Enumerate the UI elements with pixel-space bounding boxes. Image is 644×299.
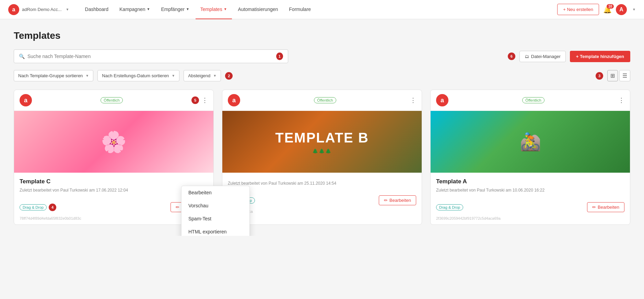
filter-row: Nach Template-Gruppe sortieren ▼ Nach Er…: [14, 70, 630, 81]
empfanger-chevron-icon: ▼: [186, 7, 189, 11]
card-c-context-annotation: 5: [191, 96, 199, 104]
card-a-footer: Drag & Drop ✏ Bearbeiten: [431, 202, 630, 216]
file-manager-icon: 🗂: [525, 54, 529, 59]
nav-link-empfanger[interactable]: Empfänger ▼: [156, 0, 194, 19]
card-b-edit-button[interactable]: ✏ Bearbeiten: [379, 195, 416, 205]
card-a-header: a Öffentlich ⋮: [431, 90, 630, 111]
card-c-visibility-badge: Öffentlich: [101, 97, 122, 103]
filter2-chevron-icon: ▼: [172, 74, 175, 78]
list-view-button[interactable]: ☰: [619, 70, 630, 81]
card-c-drag-tag: Drag & Drop: [20, 204, 47, 210]
search-actions: 6 🗂 Datei-Manager + Template hinzufügen: [508, 51, 630, 62]
card-a-menu-button[interactable]: ⋮: [618, 96, 624, 104]
filter-group-select[interactable]: Nach Template-Gruppe sortieren ▼: [14, 70, 93, 81]
cards-container: a Öffentlich 5 ⋮ 🌸 Template C Zuletzt be…: [14, 90, 630, 225]
search-annotation-badge: 1: [276, 53, 283, 60]
nav-logo[interactable]: a adRom Demo Acc... ▼: [8, 4, 69, 15]
nav-links: Dashboard Kampagnen ▼ Empfänger ▼ Templa…: [80, 0, 558, 19]
context-menu-item-vorschau[interactable]: Vorschau: [182, 199, 249, 212]
nav-link-templates[interactable]: Templates ▼: [196, 0, 232, 19]
notifications-button[interactable]: 🔔 10: [603, 5, 612, 14]
file-manager-annotation-badge: 6: [508, 53, 515, 60]
card-a-meta: Zuletzt bearbeitet von Paul Turkowski am…: [436, 188, 624, 193]
card-c-menu-button[interactable]: ⋮: [202, 96, 208, 104]
templates-chevron-icon: ▼: [224, 7, 227, 11]
search-wrap: 🔍 1: [14, 49, 288, 63]
context-menu-item-bearbeiten[interactable]: Bearbeiten: [182, 186, 249, 199]
context-menu-item-html-export[interactable]: HTML exportieren: [182, 225, 249, 236]
nav-link-automatisierungen[interactable]: Automatisierungen: [233, 0, 283, 19]
filter-annotation-badge: 2: [225, 72, 233, 80]
edit-icon-a: ✏: [592, 205, 596, 210]
context-menu-item-spam-test[interactable]: Spam-Test: [182, 212, 249, 225]
account-chevron-icon: ▼: [66, 8, 69, 11]
add-template-button[interactable]: + Template hinzufügen: [570, 51, 630, 62]
card-b-body: Zuletzt bearbeitet von Paul Turkowski am…: [222, 173, 422, 195]
card-b-footer: Drag & Drop ✏ Bearbeiten: [222, 195, 422, 209]
notification-badge: 10: [607, 4, 614, 9]
navbar: a adRom Demo Acc... ▼ Dashboard Kampagne…: [0, 0, 644, 19]
card-a-image: 🚵: [431, 111, 630, 173]
card-a-visibility-badge: Öffentlich: [522, 97, 544, 103]
card-c-image: 🌸: [14, 111, 213, 173]
card-b-menu-button[interactable]: ⋮: [410, 96, 416, 104]
nav-link-kampagnen[interactable]: Kampagnen ▼: [115, 0, 155, 19]
card-c-meta: Zuletzt bearbeitet von Paul Turkowski am…: [20, 188, 208, 193]
card-c-logo: a: [20, 94, 32, 106]
page-content: Templates 🔍 1 6 🗂 Datei-Manager + Templa…: [0, 19, 644, 236]
card-b-meta: Zuletzt bearbeitet von Paul Turkowski am…: [228, 181, 416, 186]
view-toggle: 3 ⊞ ☰: [596, 70, 630, 81]
card-c-title: Template C: [20, 178, 208, 185]
search-input[interactable]: [27, 54, 273, 59]
card-a-body: Template A Zuletzt bearbeitet von Paul T…: [431, 173, 630, 202]
search-row: 🔍 1 6 🗂 Datei-Manager + Template hinzufü…: [14, 49, 630, 63]
kampagnen-chevron-icon: ▼: [147, 7, 150, 11]
card-c-header: a Öffentlich 5 ⋮: [14, 90, 213, 111]
card-a-edit-button[interactable]: ✏ Bearbeiten: [587, 202, 624, 212]
card-c-tag-annotation: 4: [49, 204, 56, 211]
cards-grid: a Öffentlich 5 ⋮ 🌸 Template C Zuletzt be…: [14, 90, 630, 225]
card-template-b: a Öffentlich ⋮ TEMPLATE B 🌲🌲🌲 Zuletzt be…: [222, 90, 422, 225]
nav-link-formulare[interactable]: Formulare: [284, 0, 316, 19]
card-template-a: a Öffentlich ⋮ 🚵 Template A Zuletzt bear…: [430, 90, 630, 225]
user-chevron-icon: ▼: [632, 8, 636, 11]
page-title: Templates: [14, 30, 630, 41]
file-manager-button[interactable]: 🗂 Datei-Manager: [519, 51, 566, 62]
view-annotation-badge: 3: [596, 72, 603, 80]
card-b-logo: a: [228, 94, 240, 106]
search-icon: 🔍: [19, 54, 25, 59]
new-create-button[interactable]: + Neu erstellen: [557, 4, 599, 15]
card-b-visibility-badge: Öffentlich: [314, 97, 336, 103]
filter3-chevron-icon: ▼: [213, 74, 216, 78]
nav-link-dashboard[interactable]: Dashboard: [80, 0, 114, 19]
user-avatar[interactable]: A: [616, 4, 627, 15]
card-a-hash: 2f3699c2059442bf919772c5d4aca69a: [431, 216, 630, 225]
card-b-image: TEMPLATE B 🌲🌲🌲: [222, 111, 422, 173]
context-menu: Bearbeiten Vorschau Spam-Test HTML expor…: [181, 186, 250, 236]
card-a-logo: a: [436, 94, 448, 106]
account-name: adRom Demo Acc...: [22, 7, 62, 12]
filter-date-select[interactable]: Nach Erstellungs-Datum sortieren ▼: [97, 70, 179, 81]
filter1-chevron-icon: ▼: [85, 74, 89, 78]
edit-icon: ✏: [176, 205, 179, 210]
card-a-title: Template A: [436, 178, 624, 185]
card-b-hash: 7ef7ebdfdb9ca: [222, 209, 422, 218]
card-b-header: a Öffentlich ⋮: [222, 90, 422, 111]
grid-view-button[interactable]: ⊞: [607, 70, 618, 81]
logo-icon: a: [8, 4, 19, 15]
nav-right: + Neu erstellen 🔔 10 A ▼: [557, 4, 636, 15]
card-a-drag-tag: Drag & Drop: [436, 204, 463, 210]
edit-icon-b: ✏: [384, 198, 388, 203]
filter-order-select[interactable]: Absteigend ▼: [184, 70, 221, 81]
